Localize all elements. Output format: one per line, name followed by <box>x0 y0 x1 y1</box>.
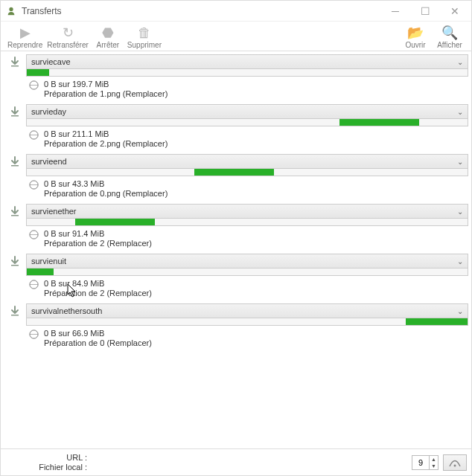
stop-icon: ⬣ <box>100 25 116 41</box>
url-label: URL : <box>66 453 87 462</box>
connections-stepper[interactable]: ▲ ▼ <box>412 455 438 470</box>
bandwidth-button[interactable] <box>443 454 467 471</box>
window-title: Transferts <box>22 6 62 16</box>
transfer-name: survivalnethersouth <box>31 306 102 315</box>
stepper-up-icon[interactable]: ▲ <box>430 456 438 463</box>
progress-bar-track <box>26 219 468 226</box>
progress-bar-track <box>26 318 468 326</box>
transfer-header[interactable]: survienether ⌄ <box>26 204 468 219</box>
download-arrow-icon <box>4 254 26 298</box>
transfer-header[interactable]: survivalnethersouth ⌄ <box>26 303 468 318</box>
globe-icon <box>29 130 39 141</box>
transfer-status: 0 B sur 43.3 MiB <box>44 179 464 188</box>
transfer-name: surviecave <box>31 57 71 66</box>
svg-rect-5 <box>11 165 19 167</box>
transfer-status: 0 B sur 84.9 MiB <box>44 279 464 288</box>
transfer-header[interactable]: survienuit ⌄ <box>26 254 468 268</box>
transfer-status: 0 B sur 91.4 MiB <box>44 229 464 238</box>
download-arrow-icon <box>4 204 26 248</box>
progress-bar-fill <box>27 69 49 76</box>
transfer-prep: Préparation de 0 (Remplacer) <box>44 338 464 347</box>
transfer-status: 0 B sur 66.9 MiB <box>44 329 464 338</box>
transfer-item[interactable]: survienether ⌄ 0 B sur 91.4 MiB Préparat… <box>4 204 468 248</box>
svg-rect-1 <box>11 65 19 67</box>
play-icon: ▶ <box>17 25 34 41</box>
reveal-icon: 🔍 <box>441 25 458 41</box>
chevron-down-icon[interactable]: ⌄ <box>457 257 463 266</box>
transfer-header[interactable]: survieend ⌄ <box>26 154 468 169</box>
progress-bar-fill <box>339 119 419 126</box>
trash-icon: 🗑 <box>136 25 153 41</box>
svg-rect-3 <box>11 115 19 117</box>
minimize-button[interactable]: ─ <box>380 1 410 22</box>
titlebar: Transferts ─ ☐ ✕ <box>1 1 471 22</box>
transfer-header[interactable]: survieday ⌄ <box>26 104 468 119</box>
chevron-down-icon[interactable]: ⌄ <box>457 158 463 166</box>
folder-open-icon: 📂 <box>407 25 424 41</box>
svg-rect-9 <box>11 265 19 266</box>
transfer-prep: Préparation de 2 (Remplacer) <box>44 239 464 248</box>
close-button[interactable]: ✕ <box>440 1 470 22</box>
progress-bar-track <box>26 119 468 126</box>
transfer-header[interactable]: surviecave ⌄ <box>26 54 468 69</box>
transfer-prep: Préparation de 2.png (Remplacer) <box>44 139 464 148</box>
retransfer-label: Retransférer <box>47 41 89 49</box>
globe-icon <box>29 80 39 91</box>
chevron-down-icon[interactable]: ⌄ <box>457 208 463 216</box>
chevron-down-icon[interactable]: ⌄ <box>457 58 463 66</box>
transfer-item[interactable]: survieday ⌄ 0 B sur 211.1 MiB Préparatio… <box>4 104 468 148</box>
progress-bar-track <box>26 169 468 176</box>
connections-input[interactable] <box>412 458 429 467</box>
progress-bar-track <box>26 268 468 276</box>
progress-bar-fill <box>27 268 54 275</box>
open-button[interactable]: 📂 Ouvrir <box>398 25 433 49</box>
show-label: Afficher <box>437 41 462 49</box>
maximize-button[interactable]: ☐ <box>410 1 440 22</box>
transfer-prep: Préparation de 1.png (Remplacer) <box>44 89 464 98</box>
svg-point-0 <box>9 7 13 10</box>
transfer-status: 0 B sur 199.7 MiB <box>44 80 464 89</box>
progress-bar-fill <box>194 169 274 176</box>
transfer-name: survieday <box>31 107 66 116</box>
progress-bar-fill <box>75 219 155 225</box>
transfer-name: survienuit <box>31 257 66 266</box>
progress-bar-track <box>26 69 468 77</box>
transfer-item[interactable]: survieend ⌄ 0 B sur 43.3 MiB Préparation… <box>4 154 468 198</box>
app-icon <box>5 5 17 17</box>
transfer-item[interactable]: surviecave ⌄ 0 B sur 199.7 MiB Préparati… <box>4 54 468 98</box>
download-arrow-icon <box>4 154 26 198</box>
svg-rect-7 <box>11 215 19 216</box>
transfer-item[interactable]: survivalnethersouth ⌄ 0 B sur 66.9 MiB P… <box>4 303 468 347</box>
show-button[interactable]: 🔍 Afficher <box>433 25 467 49</box>
reload-icon: ↻ <box>60 25 76 41</box>
transfer-status: 0 B sur 211.1 MiB <box>44 129 464 138</box>
retransfer-button[interactable]: ↻ Retransférer <box>45 25 91 49</box>
chevron-down-icon[interactable]: ⌄ <box>457 108 463 116</box>
download-arrow-icon <box>4 303 26 347</box>
globe-icon <box>29 180 39 190</box>
transfer-prep: Préparation de 0.png (Remplacer) <box>44 189 464 198</box>
chevron-down-icon[interactable]: ⌄ <box>457 307 463 315</box>
globe-icon <box>29 230 39 240</box>
download-arrow-icon <box>4 104 26 148</box>
stop-label: Arrêter <box>97 41 120 49</box>
transfer-list: surviecave ⌄ 0 B sur 199.7 MiB Préparati… <box>1 51 471 447</box>
resume-label: Reprendre <box>7 41 42 49</box>
globe-icon <box>29 280 39 290</box>
progress-bar-fill <box>406 318 468 325</box>
toolbar: ▶ Reprendre ↻ Retransférer ⬣ Arrêter 🗑 S… <box>1 22 471 51</box>
status-bar: URL : Fichier local : ▲ ▼ <box>1 448 471 475</box>
transfer-name: survieend <box>31 157 67 166</box>
stepper-down-icon[interactable]: ▼ <box>430 463 438 469</box>
download-arrow-icon <box>4 54 26 98</box>
globe-icon <box>29 329 39 340</box>
delete-button[interactable]: 🗑 Supprimer <box>125 25 164 49</box>
svg-point-13 <box>454 464 456 466</box>
stop-button[interactable]: ⬣ Arrêter <box>91 25 125 49</box>
transfer-name: survienether <box>31 207 77 216</box>
delete-label: Supprimer <box>127 41 162 49</box>
transfer-item[interactable]: survienuit ⌄ 0 B sur 84.9 MiB Préparatio… <box>4 254 468 298</box>
svg-rect-11 <box>11 315 19 316</box>
resume-button[interactable]: ▶ Reprendre <box>5 25 45 49</box>
file-label: Fichier local : <box>39 463 87 472</box>
